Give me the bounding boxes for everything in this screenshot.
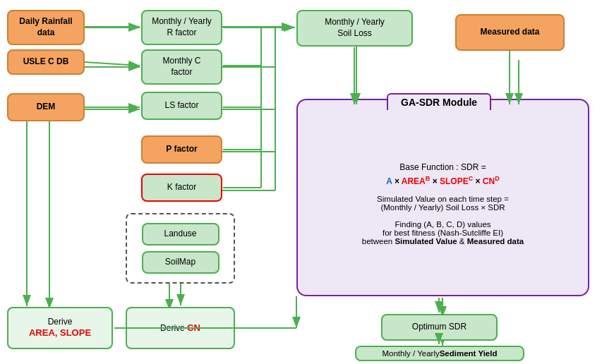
simulated-line: Simulated Value on each time step = (Mon… xyxy=(377,195,509,212)
monthly-c-label: Monthly Cfactor xyxy=(162,56,200,78)
formula-a: A xyxy=(386,176,392,186)
ls-factor-box: LS factor xyxy=(141,92,222,120)
daily-rainfall-box: Daily Rainfalldata xyxy=(7,10,85,45)
formula-times2: × xyxy=(433,176,440,186)
finding-measured: Measured data xyxy=(467,237,524,245)
formula-c-sup: C xyxy=(469,175,474,182)
dem-label: DEM xyxy=(37,102,56,113)
daily-rainfall-label: Daily Rainfalldata xyxy=(19,16,72,38)
formula-line: A × AREAB × SLOPEC × CND xyxy=(386,175,499,186)
formula-area: AREA xyxy=(402,176,426,186)
formula-d-sup: D xyxy=(495,175,500,182)
monthly-yearly-r-label: Monthly / YearlyR factor xyxy=(152,16,212,38)
derive-label: Derive xyxy=(29,317,91,328)
landuse-soilmap-container: Landuse SoilMap xyxy=(126,213,235,284)
formula-times3: × xyxy=(476,176,483,186)
optimum-sdr-box: Optimum SDR xyxy=(381,314,498,341)
finding-line2: for best fitness (Nash-Sutcliffe EI) xyxy=(362,229,524,237)
module-title-text: GA-SDR Module xyxy=(401,97,477,108)
base-function-label: Base Function : SDR = xyxy=(399,162,486,172)
landuse-label: Landuse xyxy=(164,229,196,240)
k-factor-label: K factor xyxy=(167,182,196,193)
derive-cn-pre: Derive xyxy=(160,323,187,333)
derive-cn-red: CN xyxy=(187,322,200,333)
monthly-c-box: Monthly Cfactor xyxy=(141,49,222,85)
measured-data-box: Measured data xyxy=(455,14,565,51)
svg-line-25 xyxy=(85,62,140,66)
ga-sdr-module-title-tab: GA-SDR Module xyxy=(387,93,491,110)
derive-cn-box: Derive CN xyxy=(126,307,235,349)
area-slope-red-label: AREA, SLOPE xyxy=(29,327,91,339)
formula-slope: SLOPE xyxy=(440,176,469,186)
monthly-yearly-r-box: Monthly / YearlyR factor xyxy=(141,10,222,45)
finding-line1: Finding (A, B, C, D) values xyxy=(362,220,524,229)
diagram: GA-SDR Module xyxy=(0,0,602,364)
usle-c-db-label: USLE C DB xyxy=(23,56,69,68)
soilmap-box: SoilMap xyxy=(142,251,219,274)
derive-area-slope-box: Derive AREA, SLOPE xyxy=(7,307,113,349)
simulated-line2: (Monthly / Yearly) Soil Loss × SDR xyxy=(377,203,509,212)
p-factor-box: P factor xyxy=(141,135,222,164)
landuse-box: Landuse xyxy=(142,223,219,245)
finding-simulated: Simulated Value xyxy=(395,237,457,245)
finding-block: Finding (A, B, C, D) values for best fit… xyxy=(362,220,524,245)
derive-area-slope-content: Derive AREA, SLOPE xyxy=(29,317,91,339)
usle-c-db-box: USLE C DB xyxy=(7,49,85,75)
ga-sdr-content: Base Function : SDR = A × AREAB × SLOPEC… xyxy=(300,109,586,298)
k-factor-box: K factor xyxy=(141,174,222,202)
derive-cn-content: Derive CN xyxy=(160,322,200,334)
formula-times1: × xyxy=(395,176,402,186)
sediment-yield-bold: Sediment Yield xyxy=(440,348,498,359)
finding-line3: between Simulated Value & Measured data xyxy=(362,237,524,245)
simulated-line1: Simulated Value on each time step = xyxy=(377,195,509,203)
base-function-line: Base Function : SDR = xyxy=(399,162,486,172)
soil-loss-label: Monthly / YearlySoil Loss xyxy=(325,17,385,39)
measured-data-label: Measured data xyxy=(480,27,539,38)
dem-box: DEM xyxy=(7,93,85,121)
soil-loss-box: Monthly / YearlySoil Loss xyxy=(296,10,413,47)
sediment-yield-pre: Monthly / Yearly xyxy=(383,348,440,359)
formula-b-sup: B xyxy=(426,175,431,182)
ls-factor-label: LS factor xyxy=(164,100,198,111)
formula-cn: CN xyxy=(483,176,495,186)
soilmap-label: SoilMap xyxy=(165,257,195,268)
p-factor-label: P factor xyxy=(166,144,197,155)
sediment-yield-box: Monthly / Yearly Sediment Yield xyxy=(355,346,524,361)
optimum-sdr-label: Optimum SDR xyxy=(412,322,466,333)
